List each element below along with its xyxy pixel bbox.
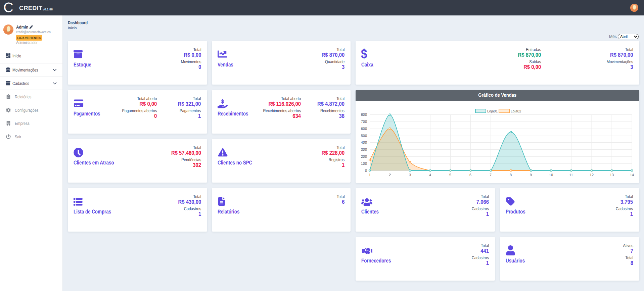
svg-text:700: 700 xyxy=(361,120,367,124)
svg-text:6: 6 xyxy=(469,173,471,177)
svg-text:11: 11 xyxy=(569,173,573,177)
svg-text:400: 400 xyxy=(361,141,367,145)
svg-text:10: 10 xyxy=(549,173,553,177)
svg-text:13: 13 xyxy=(610,173,614,177)
svg-text:5: 5 xyxy=(449,173,451,177)
svg-text:Loja02: Loja02 xyxy=(511,109,521,113)
svg-text:2: 2 xyxy=(389,173,391,177)
svg-text:Loja01: Loja01 xyxy=(487,109,498,113)
svg-text:7: 7 xyxy=(490,173,492,177)
svg-text:800: 800 xyxy=(361,113,367,117)
svg-text:1: 1 xyxy=(369,173,371,177)
svg-text:300: 300 xyxy=(361,148,367,152)
svg-text:14: 14 xyxy=(630,173,634,177)
svg-text:8: 8 xyxy=(510,173,512,177)
svg-text:500: 500 xyxy=(361,134,367,138)
svg-text:9: 9 xyxy=(530,173,532,177)
svg-text:100: 100 xyxy=(361,162,367,166)
svg-text:600: 600 xyxy=(361,127,367,131)
svg-text:4: 4 xyxy=(429,173,431,177)
svg-text:0: 0 xyxy=(365,169,367,173)
svg-text:12: 12 xyxy=(590,173,594,177)
svg-text:3: 3 xyxy=(409,173,411,177)
svg-text:200: 200 xyxy=(361,155,367,159)
